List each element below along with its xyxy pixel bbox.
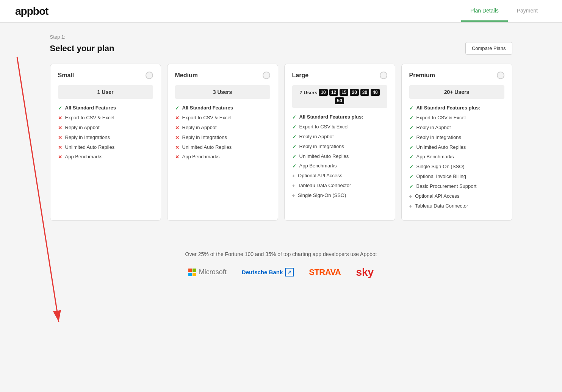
list-item: ✓ Single Sign-On (SSO) [409,164,504,170]
feature-list-medium: ✓ All Standard Features ✕ Export to CSV … [175,105,270,161]
plan-name-large: Large [292,72,309,79]
feature-label: Export to CSV & Excel [299,124,349,130]
list-item: + Tableau Data Connector [409,203,504,210]
ms-cell-green [193,269,196,272]
bottom-section: Over 25% of the Fortune 100 and 35% of t… [50,236,512,301]
list-item: ✓ App Benchmarks [409,154,504,161]
user-option: 50 [335,97,344,104]
x-icon: ✕ [175,115,179,122]
list-item: + Single Sign-On (SSO) [292,192,387,199]
plan-radio-premium[interactable] [497,72,504,79]
x-icon: ✕ [175,135,179,141]
sky-logo: sky [356,266,374,278]
plan-header-medium: Medium [175,72,270,79]
x-icon: ✕ [58,145,62,151]
user-option: 10 [319,89,327,96]
feature-label: Reply in Appbot [182,125,217,131]
feature-label: Unlimited Auto Replies [416,144,466,151]
list-item: ✓ All Standard Features plus: [292,114,387,121]
page-title-row: Select your plan Compare Plans [50,42,512,55]
plus-icon: + [292,173,295,180]
list-item: ✓ All Standard Features [58,105,153,112]
check-icon: ✓ [409,135,413,141]
logos-row: Microsoft Deutsche Bank ↗ STRAVA sky [58,266,505,278]
feature-label: All Standard Features [65,105,116,111]
feature-label: App Benchmarks [299,163,337,169]
list-item: ✓ All Standard Features [175,105,270,112]
ms-cell-yellow [193,273,196,276]
check-icon: ✓ [292,163,296,170]
check-icon: ✓ [292,124,296,131]
feature-label: App Benchmarks [182,154,220,160]
compare-plans-button[interactable]: Compare Plans [465,42,512,55]
user-count-premium: 20+ Users [409,85,504,99]
feature-label: Reply in Integrations [416,134,462,141]
feature-label: Unlimited Auto Replies [299,153,349,160]
list-item: ✓ Reply in Integrations [409,134,504,141]
check-icon: ✓ [292,134,296,141]
list-item: + Optional API Access [292,173,387,180]
feature-label: Export to CSV & Excel [416,115,466,121]
feature-label: All Standard Features plus: [416,105,481,111]
check-icon: ✓ [175,105,179,112]
plan-name-small: Small [58,72,74,79]
feature-label: Reply in Appbot [299,134,334,140]
feature-label: Optional API Access [298,173,342,179]
list-item: ✓ Reply in Appbot [409,125,504,131]
feature-label: Unlimited Auto Replies [65,144,115,151]
check-icon: ✓ [409,154,413,161]
feature-label: All Standard Features plus: [299,114,363,120]
strava-logo: STRAVA [309,267,341,277]
deutsche-bank-box-icon: ↗ [285,268,294,276]
list-item: + Tableau Data Connector [292,183,387,189]
feature-list-small: ✓ All Standard Features ✕ Export to CSV … [58,105,153,161]
list-item: ✓ App Benchmarks [292,163,387,170]
plan-radio-large[interactable] [380,72,387,79]
x-icon: ✕ [58,115,62,122]
list-item: ✓ Optional Invoice Billing [409,173,504,180]
logo: appbot [15,5,48,17]
step-label: Step 1: [50,34,512,40]
plus-icon: + [409,194,412,200]
feature-label: Single Sign-On (SSO) [298,192,346,199]
user-option: 40 [371,89,379,96]
feature-label: Optional API Access [415,193,459,200]
feature-label: App Benchmarks [416,154,454,160]
feature-label: Tableau Data Connector [415,203,468,209]
list-item: ✕ App Benchmarks [58,154,153,161]
feature-label: Basic Procurement Support [416,183,477,190]
user-option: 12 [329,89,338,96]
check-icon: ✓ [409,174,413,180]
plan-card-premium: Premium 20+ Users ✓ All Standard Feature… [401,64,512,221]
tab-payment[interactable]: Payment [508,1,547,22]
x-icon: ✕ [175,145,179,151]
list-item: ✓ Export to CSV & Excel [409,115,504,122]
feature-label: Unlimited Auto Replies [182,144,232,151]
plan-card-large: Large 7 Users 10 12 15 20 30 40 50 [284,64,395,221]
x-icon: ✕ [58,125,62,131]
user-option: 15 [340,89,348,96]
list-item: ✓ Reply in Appbot [292,134,387,141]
plan-radio-medium[interactable] [263,72,270,79]
tab-plan-details[interactable]: Plan Details [461,1,508,22]
feature-label: Reply in Appbot [65,125,100,131]
plus-icon: + [409,203,412,210]
list-item: ✓ Unlimited Auto Replies [292,153,387,160]
check-icon: ✓ [409,125,413,131]
page-title: Select your plan [50,44,114,53]
list-item: ✕ Unlimited Auto Replies [58,144,153,151]
list-item: ✓ Unlimited Auto Replies [409,144,504,151]
x-icon: ✕ [58,154,62,161]
x-icon: ✕ [58,135,62,141]
nav-tabs: Plan Details Payment [461,1,547,22]
plan-card-small: Small 1 User ✓ All Standard Features ✕ E… [50,64,161,221]
plan-radio-small[interactable] [146,72,153,79]
feature-label: Optional Invoice Billing [416,173,467,180]
microsoft-wordmark: Microsoft [199,268,227,276]
main-content: Step 1: Select your plan Compare Plans S… [35,23,528,392]
feature-label: App Benchmarks [65,154,103,160]
feature-label: Tableau Data Connector [298,183,351,189]
feature-list-premium: ✓ All Standard Features plus: ✓ Export t… [409,105,504,210]
feature-label: Reply in Appbot [416,125,451,131]
list-item: ✕ Export to CSV & Excel [175,115,270,122]
